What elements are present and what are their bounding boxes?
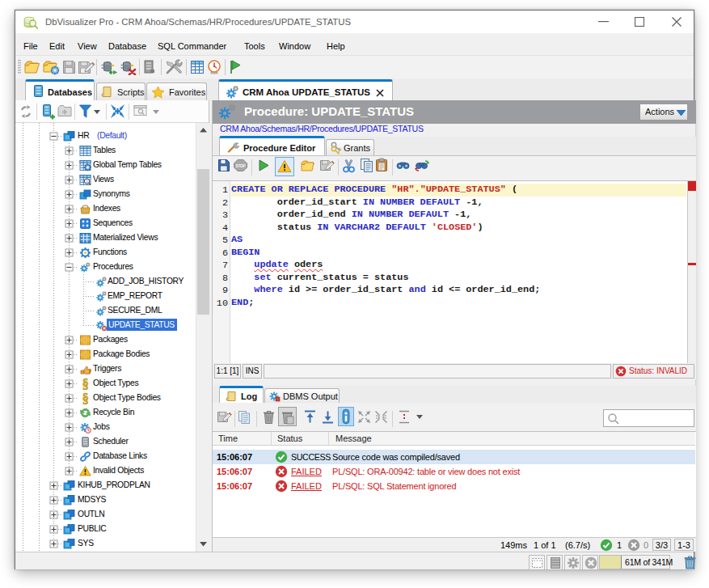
svg-text:STOP: STOP bbox=[235, 164, 245, 168]
